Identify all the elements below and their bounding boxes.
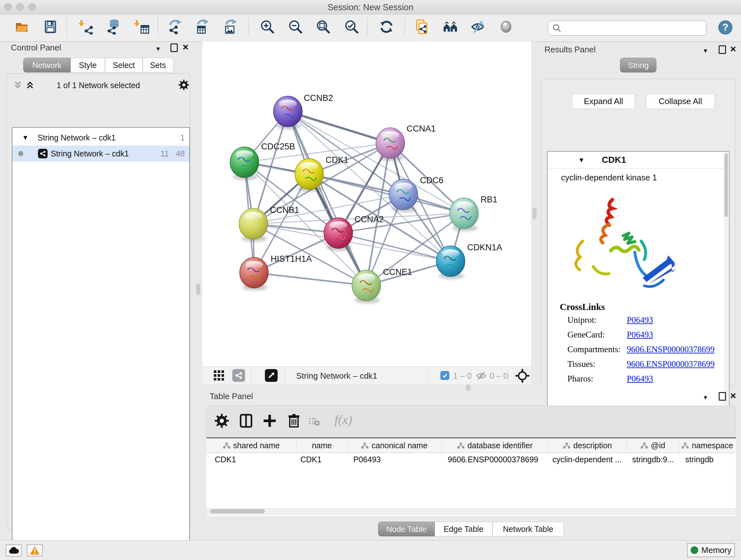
svg-text:CDC6: CDC6	[420, 176, 444, 185]
expand-all-button[interactable]: Expand All	[572, 94, 635, 109]
export-image-icon[interactable]	[223, 19, 239, 35]
network-node-CCNE1[interactable]: CCNE1	[352, 267, 412, 303]
help-icon[interactable]: ?	[718, 20, 732, 35]
network-node-CDC6[interactable]: CDC6	[389, 176, 444, 212]
fit-center-crosshair-icon[interactable]	[515, 368, 530, 384]
zoom-selected-region-icon[interactable]	[344, 19, 359, 35]
delete-column-icon[interactable]	[286, 414, 303, 430]
network-collection-row[interactable]: ▼ String Network – cdk1 1	[12, 130, 189, 145]
crosslink-compartments-link[interactable]: 9606.ENSP00000378699	[627, 345, 715, 354]
toolbar-separator	[158, 18, 158, 36]
column-header-shared-name[interactable]: shared name	[206, 438, 296, 453]
node-details-card: ▼ CDK1 cyclin-dependent kinase 1	[547, 151, 730, 418]
column-header-description[interactable]: description	[549, 438, 627, 453]
tab-network-table[interactable]: Network Table	[492, 522, 564, 537]
cloud-icon	[8, 547, 19, 554]
network-collection-count: 1	[180, 133, 185, 142]
network-node-CCNB2[interactable]: CCNB2	[273, 93, 333, 129]
table-scrollbar-thumb[interactable]	[210, 509, 265, 513]
column-header-name[interactable]: name	[296, 438, 347, 453]
import-table-from-file-icon[interactable]	[134, 19, 149, 35]
node-details-header[interactable]: ▼ CDK1	[548, 152, 729, 169]
crosslink-genecard-link[interactable]: P06493	[627, 330, 653, 340]
network-node-CDKN1A[interactable]: CDKN1A	[436, 243, 502, 279]
tab-node-table[interactable]: Node Table	[378, 522, 434, 537]
crosslink-pharos-link[interactable]: P06493	[627, 374, 653, 384]
cloud-status-button[interactable]	[6, 544, 22, 557]
crosslink-label: Tissues:	[567, 359, 596, 369]
zoom-fit-content-icon[interactable]	[316, 19, 331, 35]
crosslink-row: Uniprot:	[567, 315, 597, 325]
tab-style[interactable]: Style	[71, 58, 105, 72]
zoom-in-icon[interactable]	[260, 19, 275, 35]
new-network-from-selection-icon[interactable]	[414, 19, 429, 35]
network-list-gear-icon[interactable]	[179, 79, 189, 91]
results-panel-float-icon[interactable]	[719, 45, 726, 54]
tab-sets[interactable]: Sets	[143, 58, 173, 72]
column-header-database-identifier[interactable]: database identifier	[442, 438, 549, 453]
control-panel-float-icon[interactable]	[171, 44, 178, 52]
network-overview-icon[interactable]	[232, 369, 245, 382]
collapse-all-button[interactable]: Collapse All	[646, 94, 715, 109]
network-node-RB1[interactable]: RB1	[450, 195, 497, 231]
table-panel-close-icon[interactable]: ×	[730, 391, 736, 400]
collapse-triangle-icon[interactable]: ▼	[22, 134, 29, 141]
add-column-icon[interactable]	[262, 414, 279, 430]
crosslink-tissues-link[interactable]: 9606.ENSP00000378699	[627, 359, 715, 369]
network-node-HIST1H1A[interactable]: HIST1H1A	[240, 254, 312, 291]
network-view-canvas[interactable]: .eD{stroke:#5c6880;opacity:.85}.eM{strok…	[202, 42, 531, 367]
column-header-namespace[interactable]: namespace	[679, 438, 735, 453]
right-splitter-handle[interactable]	[533, 207, 536, 219]
tab-network[interactable]: Network	[23, 58, 71, 72]
tab-select[interactable]: Select	[105, 58, 143, 72]
apply-preferred-layout-icon[interactable]	[379, 19, 394, 35]
statusbar-divider	[508, 369, 509, 382]
table-toolbar: f(x)	[206, 406, 736, 437]
save-session-icon[interactable]	[43, 19, 58, 35]
network-node-CDC25B[interactable]: CDC25B	[230, 142, 295, 180]
crosslink-uniprot-link[interactable]: P06493	[627, 315, 653, 325]
application-window: Session: New Session	[0, 0, 741, 560]
svg-text:CCNB2: CCNB2	[304, 93, 333, 103]
svg-text:CCNE1: CCNE1	[383, 267, 412, 277]
network-row-selected[interactable]: String Network – cdk1 11 48	[12, 145, 189, 162]
show-columns-icon[interactable]	[239, 414, 255, 430]
tab-edge-table[interactable]: Edge Table	[434, 522, 492, 537]
column-header-id[interactable]: @id	[627, 438, 679, 453]
show-all-icon[interactable]	[498, 19, 514, 35]
birds-eye-view-icon[interactable]	[265, 369, 278, 382]
table-panel-menu-icon[interactable]: ▾	[704, 393, 707, 401]
left-splitter-handle[interactable]	[196, 284, 200, 295]
memory-button[interactable]: Memory	[687, 543, 735, 557]
svg-text:CDKN1A: CDKN1A	[467, 243, 502, 252]
table-horizontal-scrollbar[interactable]	[206, 508, 736, 515]
open-session-icon[interactable]	[14, 19, 29, 35]
collapse-triangle-icon[interactable]: ▼	[578, 157, 585, 164]
results-panel-menu-icon[interactable]: ▾	[704, 47, 707, 55]
first-neighbors-icon[interactable]	[443, 19, 458, 35]
results-panel: Results Panel ▾ × String Expand All Coll…	[538, 42, 741, 386]
results-scrollbar-thumb[interactable]	[724, 153, 728, 217]
table-panel-float-icon[interactable]	[719, 392, 726, 401]
cell-id: stringdb:9...	[632, 455, 677, 464]
warnings-button[interactable]	[27, 544, 43, 557]
table-gear-icon[interactable]	[214, 414, 231, 430]
search-box[interactable]	[548, 20, 706, 36]
zoom-out-icon[interactable]	[288, 19, 303, 35]
import-network-from-file-icon[interactable]	[78, 19, 94, 35]
results-scrollbar[interactable]	[724, 152, 728, 416]
search-input[interactable]	[563, 23, 706, 33]
import-network-from-database-icon[interactable]	[106, 19, 121, 35]
column-header-canonical-name[interactable]: canonical name	[347, 438, 442, 453]
export-table-icon[interactable]	[195, 19, 210, 35]
export-network-icon[interactable]	[167, 19, 183, 35]
network-node-CCNA1[interactable]: CCNA1	[376, 124, 436, 161]
results-panel-close-icon[interactable]: ×	[730, 45, 736, 53]
hide-selection-icon[interactable]	[470, 19, 485, 35]
tab-string[interactable]: String	[620, 58, 657, 72]
selected-nodes-checkbox-icon[interactable]	[441, 371, 449, 380]
grid-view-icon[interactable]	[213, 370, 225, 383]
control-panel-menu-icon[interactable]: ▾	[156, 45, 160, 53]
control-panel-close-icon[interactable]: ×	[183, 43, 189, 51]
svg-text:CDK1: CDK1	[326, 155, 348, 165]
